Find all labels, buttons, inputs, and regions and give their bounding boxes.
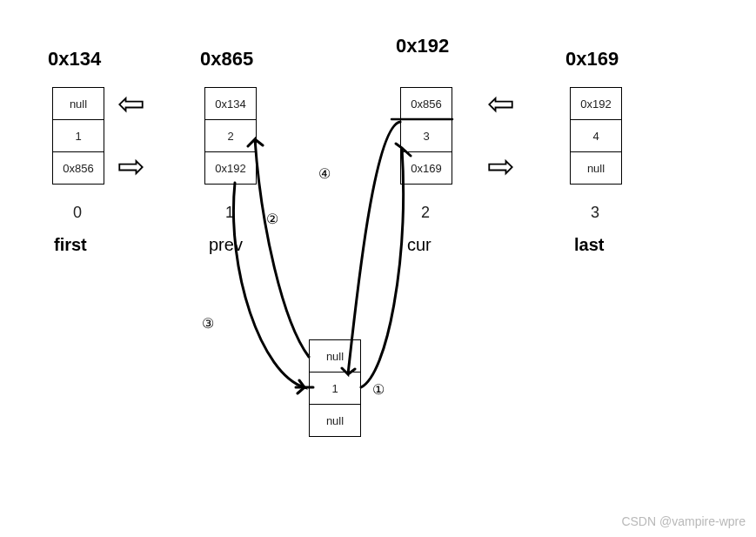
arrow-right-icon: ⇨	[487, 150, 515, 183]
node-3-val: 4	[571, 120, 621, 152]
node-1-prev: 0x134	[205, 88, 256, 120]
arrow-left-icon: ⇦	[117, 87, 145, 120]
step-label-2: ②	[266, 211, 278, 227]
node-0-next: 0x856	[53, 152, 104, 184]
new-node-prev: null	[310, 340, 360, 373]
node-address-2: 0x192	[396, 35, 449, 57]
node-box-1: 0x134 2 0x192	[204, 87, 257, 185]
step-label-4: ④	[318, 165, 331, 182]
new-node-box: null 1 null	[309, 339, 361, 437]
index-label-0: 0	[73, 204, 82, 222]
node-address-0: 0x134	[48, 48, 101, 70]
index-label-2: 2	[421, 204, 430, 222]
node-box-0: null 1 0x856	[52, 87, 104, 185]
node-2-val: 3	[401, 120, 452, 152]
role-last: last	[574, 235, 604, 255]
node-0-prev: null	[53, 88, 104, 120]
role-prev: prev	[209, 235, 243, 255]
arrow-left-icon: ⇦	[487, 87, 515, 120]
connector-overlay	[0, 0, 756, 537]
node-2-prev: 0x856	[401, 88, 452, 120]
step-label-3: ③	[202, 315, 214, 332]
index-label-1: 1	[225, 204, 234, 222]
new-node-val: 1	[310, 373, 360, 405]
node-2-next: 0x169	[401, 152, 452, 184]
watermark-label: CSDN @vampire-wpre	[621, 514, 746, 528]
node-address-3: 0x169	[565, 48, 619, 70]
node-address-1: 0x865	[200, 48, 253, 70]
node-3-prev: 0x192	[571, 88, 621, 120]
node-3-next: null	[571, 152, 621, 184]
new-node-next: null	[310, 405, 360, 436]
node-1-next: 0x192	[205, 152, 256, 184]
step-label-1: ①	[372, 381, 385, 398]
index-label-3: 3	[591, 204, 599, 222]
node-box-2: 0x856 3 0x169	[400, 87, 452, 185]
node-1-val: 2	[205, 120, 256, 152]
arrow-right-icon: ⇨	[117, 150, 145, 183]
role-cur: cur	[407, 235, 432, 255]
role-first: first	[54, 235, 87, 255]
node-box-3: 0x192 4 null	[570, 87, 622, 185]
node-0-val: 1	[53, 120, 104, 152]
